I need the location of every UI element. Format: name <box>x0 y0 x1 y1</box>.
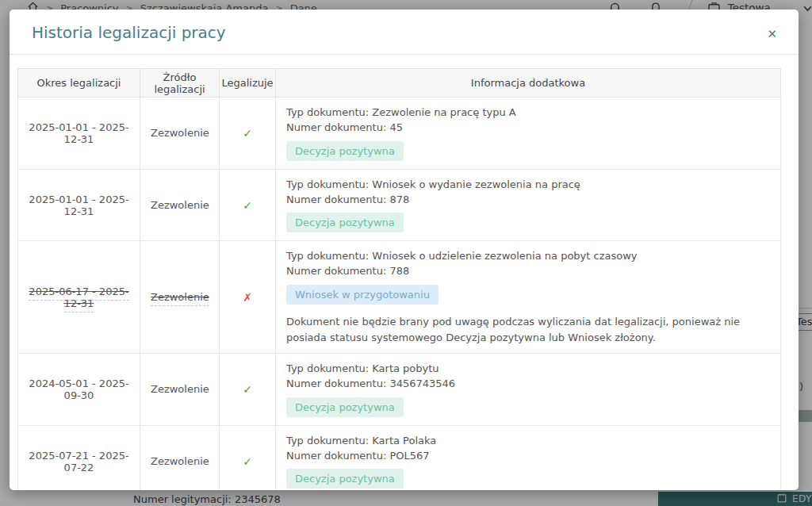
legalize-mark: ✗ <box>243 291 252 304</box>
header-legalizuje: Legalizuje <box>220 69 276 98</box>
table-header-row: Okres legalizacji Źródło legalizacji Leg… <box>18 69 781 98</box>
doc-type: Typ dokumentu: Karta pobytu <box>286 362 770 377</box>
doc-type: Typ dokumentu: Karta Polaka <box>286 434 770 449</box>
close-icon[interactable]: ✕ <box>767 29 777 40</box>
table-row: 2025-07-21 - 2025-07-22 Zezwolenie ✓ Typ… <box>18 425 781 490</box>
period-value: 2024-05-01 - 2025-09-30 <box>29 378 128 401</box>
status-badge: Decyzja pozytywna <box>286 397 404 417</box>
source-value: Zezwolenie <box>151 455 209 467</box>
period-value: 2025-07-21 - 2025-07-22 <box>29 450 128 473</box>
period-value: 2025-06-17 - 2025-12-31 <box>29 286 128 312</box>
header-zrodlo: Źródło legalizacji <box>140 69 220 98</box>
header-informacja: Informacja dodatkowa <box>276 69 781 98</box>
legalize-mark: ✓ <box>243 455 252 468</box>
status-badge: Decyzja pozytywna <box>286 469 404 489</box>
modal-body: Okres legalizacji Źródło legalizacji Leg… <box>10 55 799 490</box>
status-badge: Wniosek w przygotowaniu <box>286 285 439 305</box>
header-okres: Okres legalizacji <box>18 69 140 98</box>
doc-type: Typ dokumentu: Wniosek o wydanie zezwole… <box>286 178 770 193</box>
source-value: Zezwolenie <box>151 127 209 139</box>
legalization-table: Okres legalizacji Źródło legalizacji Leg… <box>17 68 781 490</box>
table-row: 2025-01-01 - 2025-12-31 Zezwolenie ✓ Typ… <box>18 169 781 241</box>
doc-number: Numer dokumentu: 3456743546 <box>286 377 770 392</box>
doc-number: Numer dokumentu: POL567 <box>286 449 770 464</box>
source-value: Zezwolenie <box>151 199 209 211</box>
doc-type: Typ dokumentu: Wniosek o udzielenie zezw… <box>286 249 770 264</box>
period-value: 2025-01-01 - 2025-12-31 <box>29 194 128 217</box>
legalize-mark: ✓ <box>243 383 252 396</box>
status-badge: Decyzja pozytywna <box>286 213 404 232</box>
legalize-mark: ✓ <box>243 199 252 212</box>
doc-number: Numer dokumentu: 788 <box>286 264 770 279</box>
table-row: 2025-06-17 - 2025-12-31 Zezwolenie ✗ Typ… <box>18 241 781 354</box>
doc-number: Numer dokumentu: 878 <box>286 193 770 208</box>
doc-number: Numer dokumentu: 45 <box>286 121 770 136</box>
source-value: Zezwolenie <box>151 383 209 395</box>
legalize-mark: ✓ <box>243 127 252 140</box>
row-note: Dokument nie będzie brany pod uwagę podc… <box>286 314 770 345</box>
source-value: Zezwolenie <box>151 291 209 306</box>
table-row: 2025-01-01 - 2025-12-31 Zezwolenie ✓ Typ… <box>18 98 781 170</box>
period-value: 2025-01-01 - 2025-12-31 <box>29 121 128 145</box>
table-row: 2024-05-01 - 2025-09-30 Zezwolenie ✓ Typ… <box>18 354 781 426</box>
legalization-history-modal: Historia legalizacji pracy ✕ Okres legal… <box>10 10 799 490</box>
modal-title: Historia legalizacji pracy <box>32 23 776 42</box>
doc-type: Typ dokumentu: Zezwolenie na pracę typu … <box>286 105 770 121</box>
status-badge: Decyzja pozytywna <box>286 141 404 161</box>
modal-header: Historia legalizacji pracy ✕ <box>10 10 799 55</box>
